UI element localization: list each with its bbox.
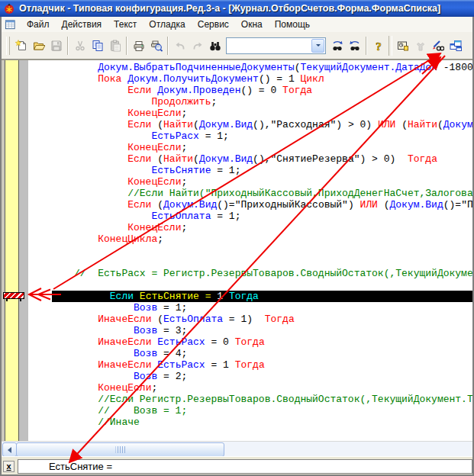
- code-line[interactable]: Если (Докум.Вид()="ПриходныйКассовый") И…: [28, 199, 472, 211]
- save-icon: [50, 40, 63, 52]
- code-line[interactable]: // Возв = 1;: [28, 405, 472, 416]
- chevron-down-icon: [316, 44, 321, 49]
- code-segment: (: [151, 153, 163, 165]
- code-line[interactable]: Докум.ВыбратьПодчиненныеДокументы(Текущи…: [28, 62, 472, 73]
- code-segment: (: [151, 119, 163, 130]
- code-line[interactable]: [28, 279, 472, 291]
- watch-panel: x ЕстьСнятие =: [2, 459, 472, 474]
- toolbar-separator: [126, 37, 127, 55]
- menu-item-5[interactable]: Окна: [235, 18, 269, 31]
- redo-icon: [192, 40, 204, 52]
- code-segment: Цикл: [301, 73, 324, 85]
- print-preview-button[interactable]: [147, 37, 165, 54]
- code-segment: ИначеЕсли: [98, 314, 151, 325]
- code-line[interactable]: Возв = 3;: [28, 325, 472, 336]
- toolbar-separator: [389, 36, 392, 56]
- menu-item-3[interactable]: Отладка: [143, 18, 191, 31]
- code-line[interactable]: КонецЕсли;: [28, 108, 472, 119]
- code-line[interactable]: Если (Найти(Докум.Вид(),"СнятиеРезерва")…: [28, 153, 472, 165]
- help-button[interactable]: [369, 37, 387, 54]
- find-button[interactable]: [206, 37, 224, 54]
- code-segment: [74, 359, 98, 371]
- code-line[interactable]: [28, 245, 472, 256]
- scroll-left-button[interactable]: [2, 442, 17, 457]
- code-area[interactable]: Докум.ВыбратьПодчиненныеДокументы(Текущи…: [28, 60, 472, 442]
- code-editor[interactable]: Докум.ВыбратьПодчиненныеДокументы(Текущи…: [2, 60, 472, 442]
- scrollbar-thumb[interactable]: [16, 442, 224, 457]
- search-combobox[interactable]: [226, 37, 326, 54]
- code-line[interactable]: Возв = 4;: [28, 348, 472, 359]
- horizontal-scrollbar[interactable]: [2, 441, 472, 457]
- code-line[interactable]: ЕстьРасх = 1;: [28, 130, 472, 142]
- code-segment: Докум.Вид: [163, 199, 217, 211]
- menu-item-2[interactable]: Текст: [108, 18, 143, 31]
- menu-item-4[interactable]: Сервис: [192, 18, 235, 31]
- code-line[interactable]: //Иначе: [28, 416, 472, 428]
- current-values-button[interactable]: [394, 37, 411, 54]
- find-icon: [209, 40, 221, 52]
- code-segment: [74, 108, 127, 119]
- watch-expression-field[interactable]: ЕстьСнятие =: [18, 459, 472, 474]
- combobox-dropdown-button[interactable]: [311, 39, 324, 53]
- code-segment: [134, 291, 140, 302]
- open-windows-button[interactable]: [447, 37, 464, 54]
- code-line[interactable]: Возв = 1;: [28, 302, 472, 314]
- code-line[interactable]: ИначеЕсли ЕстьРасх = 1 Тогда: [28, 359, 472, 371]
- find-next-button[interactable]: [328, 37, 346, 54]
- code-line[interactable]: КонецЕсли;: [28, 142, 472, 153]
- code-segment: ТекущийДокумент.ДатаДок: [300, 62, 437, 73]
- code-segment: [74, 211, 151, 222]
- code-segment: Тогда: [229, 291, 259, 302]
- code-segment: Пока: [98, 73, 121, 85]
- code-line[interactable]: [28, 256, 472, 268]
- code-line[interactable]: КонецЦикла;: [28, 233, 472, 245]
- left-arrow-icon: [5, 447, 11, 453]
- close-watch-button[interactable]: x: [3, 461, 15, 472]
- code-line[interactable]: КонецЕсли;: [28, 382, 472, 394]
- code-line[interactable]: //Если Регистр.РезервыТоваров.СводныйОст…: [28, 394, 472, 405]
- code-segment: ;: [181, 142, 187, 153]
- code-segment: [74, 336, 98, 348]
- new-document-button[interactable]: [12, 37, 30, 54]
- menu-item-6[interactable]: Помощь: [269, 18, 316, 31]
- code-segment: Если: [127, 119, 151, 130]
- code-line[interactable]: // ЕстьРасх = Регистр.РезервыТоваров.Сво…: [28, 268, 472, 279]
- code-segment: [74, 130, 151, 142]
- code-line[interactable]: ИначеЕсли (ЕстьОплата = 1) Тогда: [28, 314, 472, 325]
- code-segment: ;: [151, 382, 157, 394]
- open-folder-button[interactable]: [30, 37, 47, 54]
- menu-item-0[interactable]: Файл: [21, 18, 56, 31]
- code-segment: [74, 222, 127, 233]
- breakpoint-margin[interactable]: [5, 60, 18, 442]
- journal-document-icon[interactable]: [5, 19, 16, 31]
- code-line[interactable]: Если Докум.Проведен() = 0 Тогда: [28, 85, 472, 96]
- code-segment: Если: [127, 199, 151, 211]
- find-previous-button[interactable]: [346, 37, 363, 54]
- code-line[interactable]: ЕстьСнятие = 1;: [28, 165, 472, 176]
- code-line[interactable]: КонецЕсли;: [28, 222, 472, 233]
- copy-button[interactable]: [89, 37, 106, 54]
- code-segment: = 1;: [157, 302, 187, 314]
- code-line[interactable]: Возв = 2;: [28, 371, 472, 382]
- code-segment: (: [193, 119, 199, 130]
- code-line[interactable]: Продолжить;: [28, 96, 472, 108]
- code-line[interactable]: ИначеЕсли ЕстьРасх = 0 Тогда: [28, 336, 472, 348]
- code-line[interactable]: //Если Найти("ПриходныйКассовый,ПриходДе…: [28, 188, 472, 199]
- scrollbar-grip-icon: [115, 446, 125, 453]
- code-segment: Тогда: [282, 85, 312, 96]
- toolbar: [2, 32, 472, 60]
- code-segment: ;: [181, 108, 187, 119]
- print-button[interactable]: [130, 37, 147, 54]
- code-line[interactable]: Пока Докум.ПолучитьДокумент() = 1 Цикл: [28, 73, 472, 85]
- current-code-line[interactable]: Если ЕстьСнятие = 1 Тогда: [52, 291, 472, 302]
- code-line[interactable]: ЕстьОплата = 1;: [28, 211, 472, 222]
- code-segment: Найти: [163, 153, 193, 165]
- toolbar-grip[interactable]: [6, 37, 10, 55]
- code-line[interactable]: Если (Найти(Докум.Вид(),"Расходная") > 0…: [28, 119, 472, 130]
- evaluate-expression-button[interactable]: [429, 37, 447, 54]
- undo-button: [171, 37, 189, 54]
- menu-item-1[interactable]: Действия: [56, 18, 108, 31]
- code-segment: КонецЕсли: [127, 176, 181, 188]
- debugger-app-icon[interactable]: [3, 2, 15, 14]
- code-line[interactable]: КонецЕсли;: [28, 176, 472, 188]
